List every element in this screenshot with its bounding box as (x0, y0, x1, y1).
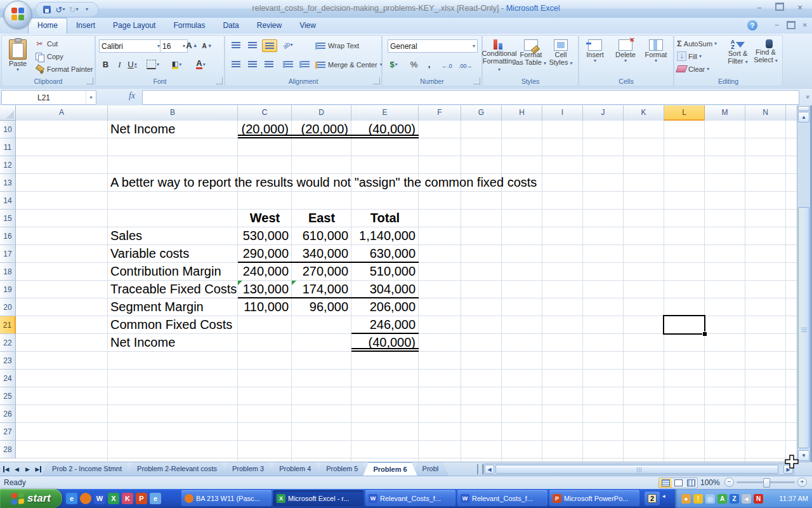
normal-view-button[interactable] (659, 478, 672, 488)
zoom-out-button[interactable]: − (724, 478, 734, 487)
grow-font-button[interactable]: A▲ (186, 39, 198, 51)
vertical-scroll-thumb[interactable] (798, 207, 809, 448)
column-header-f[interactable]: F (419, 105, 461, 121)
conditional-formatting-button[interactable]: ConditionalFormatting ▾ (483, 37, 516, 72)
name-box-dropdown[interactable]: ▾ (86, 91, 96, 104)
format-as-table-button[interactable]: Formatas Table ▾ (516, 37, 546, 66)
cell-C16[interactable]: 530,000 (238, 227, 292, 245)
row-header-18[interactable]: 18 (0, 263, 16, 281)
excel-icon[interactable]: X (108, 493, 119, 504)
vertical-split-handle[interactable] (798, 106, 809, 111)
office-button[interactable] (4, 1, 32, 29)
shield-tray-icon[interactable]: ! (693, 494, 703, 504)
row-header-11[interactable]: 11 (0, 138, 16, 156)
cell-D15[interactable]: East (292, 210, 351, 227)
format-painter-button[interactable]: Format Painter (35, 63, 93, 76)
horizontal-scrollbar[interactable]: ◀ ▶ (483, 464, 794, 475)
column-header-k[interactable]: K (624, 105, 664, 121)
name-box[interactable]: L21 ▾ (1, 90, 96, 105)
selected-cell-outline[interactable] (663, 315, 705, 335)
help-button[interactable]: ? (747, 20, 757, 30)
column-header-j[interactable]: J (583, 105, 624, 121)
currency-format-button[interactable]: $▾ (388, 58, 400, 70)
column-header-e[interactable]: E (351, 105, 419, 121)
doc-close-button[interactable]: × (803, 21, 807, 30)
cell-D19[interactable]: 174,000 (292, 281, 351, 298)
update-tray-icon[interactable]: ● (681, 494, 691, 504)
cell-E21[interactable]: 246,000 (351, 316, 419, 334)
comma-format-button[interactable]: , (423, 58, 435, 70)
delete-cells-button[interactable]: Delete▾ (611, 37, 640, 64)
bottom-align-button[interactable] (262, 39, 277, 52)
copy-button[interactable]: Copy (35, 50, 93, 63)
row-header-23[interactable]: 23 (0, 352, 16, 370)
row-header-26[interactable]: 26 (0, 405, 16, 423)
zoom-thumb[interactable] (763, 478, 770, 488)
row-header-28[interactable]: 28 (0, 441, 16, 458)
formula-input[interactable] (142, 90, 799, 105)
font-name-select[interactable]: Calibri▾ (99, 39, 162, 53)
number-format-select[interactable]: General▾ (388, 39, 478, 53)
orientation-button[interactable]: ab▾ (281, 39, 295, 51)
zoom-level[interactable]: 100% (700, 478, 720, 487)
top-align-button[interactable] (229, 39, 243, 51)
row-header-22[interactable]: 22 (0, 334, 16, 352)
task-button-ba-213-w11-pasc[interactable]: BA 213 W11 (Pasc... (181, 490, 272, 506)
underline-button[interactable]: U▾ (126, 58, 138, 70)
sheet-tab-problem-2-relevant-costs[interactable]: Problem 2-Relevant costs (127, 462, 227, 476)
sheet-tab-problem-4[interactable]: Problem 4 (269, 462, 321, 476)
scroll-left-button[interactable]: ◀ (485, 465, 494, 474)
autosum-button[interactable]: Σ AutoSum▾ (677, 37, 717, 50)
row-header-15[interactable]: 15 (0, 210, 16, 227)
fill-button[interactable]: ↓ Fill▾ (677, 50, 702, 62)
key-app-icon[interactable]: K (122, 493, 133, 504)
cell-E20[interactable]: 206,000 (351, 298, 419, 316)
cell-D16[interactable]: 610,000 (292, 227, 351, 245)
fill-handle[interactable] (702, 331, 707, 337)
word-icon[interactable]: W (94, 493, 105, 504)
ribbon-tab-formulas[interactable]: Formulas (164, 18, 214, 34)
close-button[interactable]: × (794, 3, 806, 13)
zoom-track[interactable] (737, 481, 795, 483)
sheet-tab-probl[interactable]: Probl (412, 462, 449, 476)
cell-C18[interactable]: 240,000 (238, 263, 292, 281)
zoom-in-button[interactable]: + (797, 478, 807, 487)
fill-color-button[interactable]: ◧▾ (171, 58, 183, 70)
column-header-g[interactable]: G (461, 105, 502, 121)
norton-tray-icon[interactable]: N (754, 494, 763, 504)
volume-tray-icon[interactable]: ◄ (742, 494, 751, 504)
wrap-text-button[interactable]: Wrap Text (315, 39, 359, 52)
clear-button[interactable]: Clear▾ (677, 63, 709, 75)
task-button-relevant-costs-f[interactable]: WRelevant_Costs_f... (457, 490, 547, 506)
ribbon-tab-data[interactable]: Data (214, 18, 247, 34)
cell-E22[interactable]: (40,000) (351, 334, 419, 352)
cell-E16[interactable]: 1,140,000 (351, 227, 419, 245)
row-header-25[interactable]: 25 (0, 387, 16, 405)
cell-D20[interactable]: 96,000 (292, 298, 351, 316)
cell-B10[interactable]: Net Income (108, 121, 238, 138)
task-button-microsoft-excel-r[interactable]: XMicrosoft Excel - r... (273, 490, 363, 506)
middle-align-button[interactable] (246, 39, 259, 51)
restore-button[interactable] (774, 3, 785, 13)
sheet-tab-problem-5[interactable]: Problem 5 (316, 462, 368, 476)
row-header-24[interactable]: 24 (0, 370, 16, 387)
font-color-button[interactable]: A▾ (195, 58, 207, 70)
antivirus-tray-icon[interactable]: A (717, 494, 727, 504)
cell-C19[interactable]: 130,000 (238, 281, 292, 298)
cell-E18[interactable]: 510,000 (351, 263, 419, 281)
decrease-decimal-button[interactable]: .00→ (459, 60, 473, 72)
search-tray-icon[interactable]: ◎ (705, 494, 715, 504)
find-select-button[interactable]: Find &Select ▾ (752, 37, 780, 64)
language-indicator-button[interactable]: 2 (645, 491, 660, 505)
internet-explorer-icon[interactable]: e (66, 493, 77, 504)
align-right-button[interactable] (262, 58, 276, 70)
z-app-tray-icon[interactable]: Z (730, 494, 739, 504)
sheet-tab-problem-6[interactable]: Problem 6 (363, 462, 417, 476)
horizontal-scroll-thumb[interactable] (495, 465, 778, 474)
format-cells-button[interactable]: Format▾ (641, 37, 671, 64)
column-header-h[interactable]: H (502, 105, 542, 121)
align-left-button[interactable] (229, 58, 243, 70)
cell-C20[interactable]: 110,000 (238, 298, 292, 316)
font-size-select[interactable]: 16▾ (160, 39, 188, 53)
column-header-b[interactable]: B (108, 105, 238, 121)
